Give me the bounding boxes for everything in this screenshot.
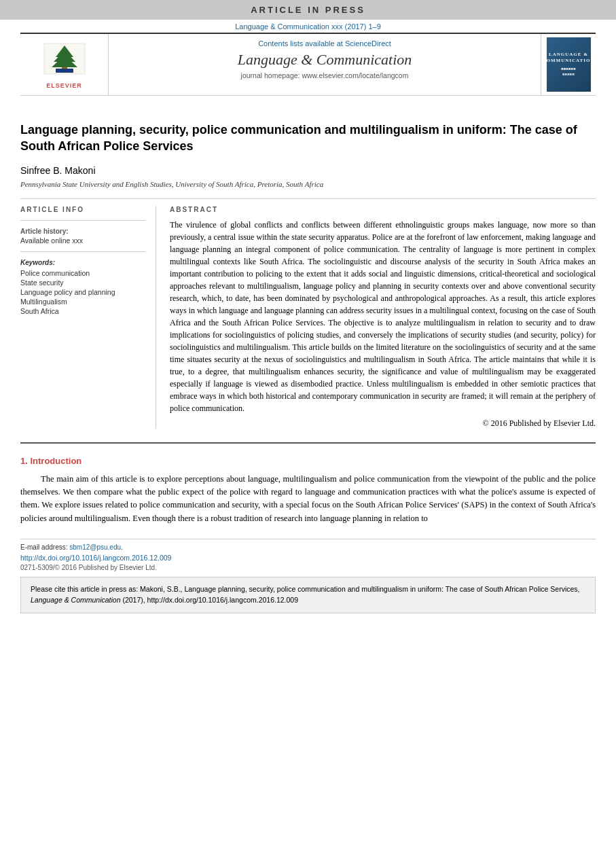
contents-text: Contents lists available at [258,39,343,48]
keyword-4: Multilingualism [20,298,145,306]
issn-line: 0271-5309/© 2016 Published by Elsevier L… [20,564,596,571]
keyword-1: Police communication [20,269,145,277]
abstract-label: ABSTRACT [170,206,596,213]
divider-info [20,220,145,221]
email-line: E-mail address: sbm12@psu.edu. [20,543,596,551]
sciencedirect-anchor[interactable]: ScienceDirect [345,39,391,48]
history-label: Article history: [20,228,145,235]
elsevier-wordmark: ELSEVIER [46,82,82,89]
svg-rect-5 [56,69,73,73]
aip-banner: ARTICLE IN PRESS [0,0,616,20]
doi-line: Language & Communication xxx (2017) 1–9 [0,20,616,33]
intro-text: The main aim of this article is to explo… [20,473,596,526]
journal-cover-area: LANGUAGE & COMMUNICATION ■■■■■■ ■■■■■ [541,34,596,95]
journal-center: Contents lists available at ScienceDirec… [109,34,541,95]
keyword-5: South Africa [20,307,145,315]
email-label: E-mail address: [20,543,67,551]
article-info-label: ARTICLE INFO [20,206,145,213]
elsevier-tree-icon [41,40,88,81]
homepage-label: journal homepage: [241,71,300,79]
doi-text: Language & Communication xxx (2017) 1–9 [235,22,381,31]
elsevier-logo-area: ELSEVIER [20,34,109,95]
history-value: Available online xxx [20,236,145,245]
citation-box: Please cite this article in press as: Ma… [20,577,596,613]
main-content: Language planning, security, police comm… [20,96,596,525]
author-name: Sinfree B. Makoni [20,165,596,176]
journal-cover: LANGUAGE & COMMUNICATION ■■■■■■ ■■■■■ [547,37,591,92]
aip-text: ARTICLE IN PRESS [251,5,365,15]
author-affiliation: Pennsylvania State University and Englis… [20,180,596,188]
abstract-text: The virulence of global conflicts and co… [170,219,596,414]
page-wrapper: ARTICLE IN PRESS Language & Communicatio… [0,0,616,841]
journal-header: ELSEVIER Contents lists available at Sci… [20,33,596,96]
introduction-section: 1. Introduction The main aim of this art… [20,456,596,526]
copyright-line: © 2016 Published by Elsevier Ltd. [170,418,596,429]
abstract-column: ABSTRACT The virulence of global conflic… [170,206,596,429]
keyword-3: Language policy and planning [20,288,145,296]
elsevier-logo: ELSEVIER [41,40,88,89]
bottom-divider [20,442,596,444]
footer-area: E-mail address: sbm12@psu.edu. http://dx… [20,539,596,571]
keyword-2: State security [20,279,145,287]
article-title: Language planning, security, police comm… [20,122,596,155]
divider-keywords [20,251,145,252]
divider-1 [20,198,596,199]
article-info-column: ARTICLE INFO Article history: Available … [20,206,156,429]
doi-footer-link[interactable]: http://dx.doi.org/10.1016/j.langcom.2016… [20,554,596,562]
journal-homepage: journal homepage: www.elsevier.com/locat… [115,71,534,79]
article-info-abstract: ARTICLE INFO Article history: Available … [20,206,596,429]
keywords-label: Keywords: [20,259,145,266]
journal-title: Language & Communication [115,51,534,69]
homepage-url: www.elsevier.com/locate/langcom [302,71,408,79]
intro-heading: 1. Introduction [20,456,596,466]
email-link[interactable]: sbm12@psu.edu [69,543,121,551]
sciencedirect-link[interactable]: Contents lists available at ScienceDirec… [115,39,534,48]
citation-text: Please cite this article in press as: Ma… [31,585,580,604]
